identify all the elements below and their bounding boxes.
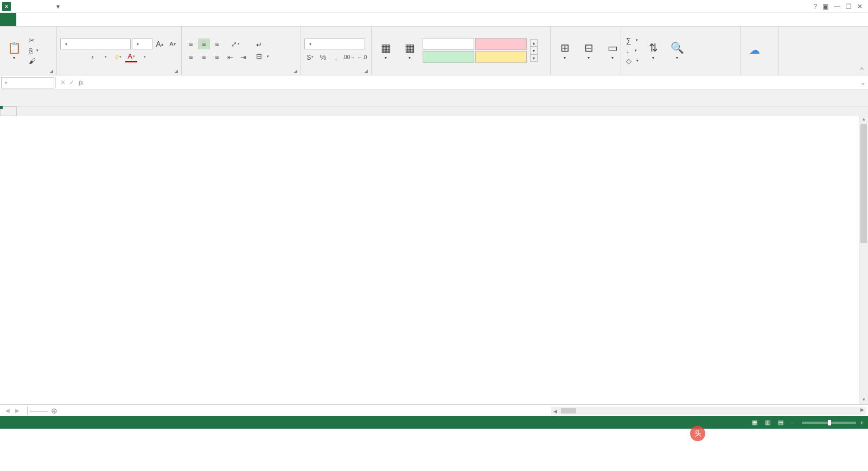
close-icon[interactable]: ✕ bbox=[857, 3, 863, 10]
conditional-format-button[interactable]: ▦▾ bbox=[375, 40, 397, 61]
maximize-icon[interactable]: ❐ bbox=[846, 3, 852, 10]
format-painter-button[interactable]: 🖌 bbox=[27, 56, 40, 66]
align-bottom-icon[interactable]: ≡ bbox=[211, 39, 223, 49]
hscroll-left-icon[interactable]: ◀ bbox=[551, 409, 559, 414]
style-good[interactable] bbox=[423, 51, 474, 63]
clear-button[interactable]: ◇▾ bbox=[624, 56, 640, 66]
underline-button[interactable] bbox=[86, 52, 98, 62]
font-name-combo[interactable] bbox=[60, 39, 131, 49]
decrease-decimal-icon[interactable]: ←.0 bbox=[356, 52, 368, 62]
name-box[interactable] bbox=[1, 77, 54, 88]
align-middle-icon[interactable]: ≡ bbox=[198, 39, 210, 49]
scroll-up-icon[interactable]: ▴ bbox=[859, 116, 868, 124]
style-scroll-up-icon[interactable]: ▴ bbox=[530, 39, 538, 47]
decrease-font-icon[interactable]: A▾ bbox=[167, 39, 178, 49]
file-tab[interactable] bbox=[0, 13, 16, 26]
cancel-formula-icon[interactable]: ✕ bbox=[60, 79, 66, 86]
font-launcher-icon[interactable]: ◢ bbox=[174, 68, 178, 74]
orientation-icon[interactable]: ⤢ bbox=[229, 39, 241, 49]
find-select-button[interactable]: 🔍▾ bbox=[666, 40, 688, 61]
alignment-launcher-icon[interactable]: ◢ bbox=[293, 68, 297, 74]
font-size-combo[interactable] bbox=[132, 39, 152, 49]
cut-button[interactable]: ✂ bbox=[27, 36, 40, 45]
border-button[interactable] bbox=[99, 52, 111, 62]
format-cells-button[interactable]: ▭▾ bbox=[602, 40, 623, 61]
style-gallery-scroll: ▴ ▾ ▾ bbox=[530, 39, 538, 62]
style-scroll-more-icon[interactable]: ▾ bbox=[530, 54, 538, 62]
accounting-format-icon[interactable]: $ bbox=[304, 52, 316, 62]
sort-filter-button[interactable]: ⇅▾ bbox=[642, 40, 664, 61]
vertical-scrollbar[interactable]: ▴ ▾ bbox=[859, 116, 868, 404]
align-center-icon[interactable]: ≡ bbox=[198, 52, 210, 62]
bold-button[interactable] bbox=[60, 52, 72, 62]
insert-cells-button[interactable]: ⊞▾ bbox=[554, 40, 576, 61]
autosum-button[interactable]: ∑▾ bbox=[624, 36, 640, 45]
style-bad[interactable] bbox=[475, 38, 527, 50]
number-launcher-icon[interactable]: ◢ bbox=[364, 68, 368, 74]
group-cells: ⊞▾ ⊟▾ ▭▾ bbox=[551, 27, 621, 75]
style-scroll-down-icon[interactable]: ▾ bbox=[530, 47, 538, 54]
formula-expand-icon[interactable]: ⌄ bbox=[858, 79, 868, 86]
align-top-icon[interactable]: ≡ bbox=[185, 39, 197, 49]
delete-cells-button[interactable]: ⊟▾ bbox=[578, 40, 599, 61]
wrap-icon: ↵ bbox=[256, 41, 262, 49]
sheet-next-icon[interactable]: ▶ bbox=[15, 408, 20, 413]
group-font: A▴ A▾ ◊ A ◢ bbox=[57, 27, 182, 75]
qat-customize-icon[interactable]: ▾ bbox=[53, 2, 63, 11]
increase-decimal-icon[interactable]: .00→ bbox=[343, 52, 355, 62]
increase-font-icon[interactable]: A▴ bbox=[154, 39, 165, 49]
fill-color-button[interactable]: ◊ bbox=[112, 52, 124, 62]
undo-icon[interactable] bbox=[27, 2, 37, 11]
decrease-indent-icon[interactable]: ⇤ bbox=[224, 52, 236, 62]
paste-button[interactable]: 📋 ▾ bbox=[3, 40, 25, 61]
save-icon[interactable] bbox=[14, 2, 24, 11]
vscroll-thumb[interactable] bbox=[860, 124, 867, 243]
clipboard-launcher-icon[interactable]: ◢ bbox=[49, 68, 53, 74]
horizontal-scrollbar[interactable]: ◀ ▶ bbox=[551, 407, 866, 415]
sheet-tab-active[interactable] bbox=[30, 409, 48, 412]
spreadsheet-grid[interactable]: ▴ ▾ bbox=[0, 106, 868, 404]
minimize-icon[interactable]: — bbox=[834, 3, 840, 10]
font-color-button[interactable]: A bbox=[125, 52, 137, 62]
percent-format-icon[interactable]: % bbox=[317, 52, 329, 62]
increase-indent-icon[interactable]: ⇥ bbox=[237, 52, 249, 62]
formula-input[interactable] bbox=[87, 77, 858, 88]
scroll-down-icon[interactable]: ▾ bbox=[859, 397, 868, 404]
page-layout-view-icon[interactable]: ▥ bbox=[762, 418, 774, 428]
number-format-combo[interactable] bbox=[304, 39, 365, 49]
save-baidu-button[interactable]: ☁ bbox=[744, 42, 765, 59]
sort-icon: ⇅ bbox=[649, 41, 658, 54]
zoom-out-icon[interactable]: − bbox=[790, 419, 794, 426]
style-neutral[interactable] bbox=[475, 51, 527, 63]
help-icon[interactable]: ? bbox=[813, 3, 817, 10]
zoom-slider[interactable] bbox=[802, 422, 856, 424]
enter-formula-icon[interactable]: ✓ bbox=[69, 79, 74, 86]
redo-icon[interactable] bbox=[40, 2, 50, 11]
sheet-prev-icon[interactable]: ◀ bbox=[5, 408, 10, 413]
copy-button[interactable]: ⎘▾ bbox=[27, 46, 40, 55]
fill-button[interactable]: ↓▾ bbox=[624, 46, 640, 55]
normal-view-icon[interactable]: ▦ bbox=[749, 418, 761, 428]
paste-icon: 📋 bbox=[8, 41, 21, 54]
login-link[interactable] bbox=[855, 13, 868, 26]
align-right-icon[interactable]: ≡ bbox=[211, 52, 223, 62]
hscroll-right-icon[interactable]: ▶ bbox=[858, 407, 866, 412]
collapse-ribbon-icon[interactable]: ㅅ bbox=[859, 65, 865, 73]
ribbon-options-icon[interactable]: ▣ bbox=[822, 3, 828, 10]
style-normal[interactable] bbox=[423, 38, 474, 50]
merge-center-button[interactable]: ⊟▾ bbox=[254, 52, 271, 61]
zoom-in-icon[interactable]: + bbox=[860, 419, 864, 426]
new-sheet-button[interactable]: ⊕ bbox=[48, 406, 60, 415]
hscroll-thumb[interactable] bbox=[561, 408, 576, 413]
page-break-view-icon[interactable]: ▤ bbox=[775, 418, 787, 428]
italic-button[interactable] bbox=[73, 52, 85, 62]
align-left-icon[interactable]: ≡ bbox=[185, 52, 197, 62]
select-all-corner[interactable] bbox=[0, 106, 17, 116]
phonetic-button[interactable] bbox=[138, 52, 150, 62]
sheet-tab-bar: ◀ ▶ ⊕ ◀ ▶ bbox=[0, 404, 868, 416]
wrap-text-button[interactable]: ↵ bbox=[254, 40, 271, 49]
sigma-icon: ∑ bbox=[626, 36, 631, 44]
fx-icon[interactable]: fx bbox=[79, 79, 84, 87]
comma-format-icon[interactable]: , bbox=[330, 52, 342, 62]
format-table-button[interactable]: ▦▾ bbox=[399, 40, 420, 61]
